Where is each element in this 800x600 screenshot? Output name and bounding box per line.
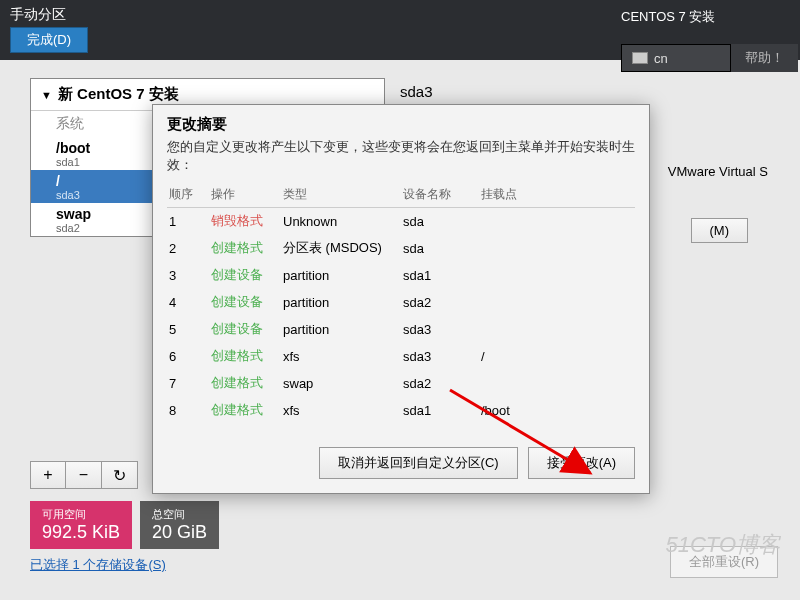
reload-button[interactable]: ↻ [102,461,138,489]
add-partition-button[interactable]: + [30,461,66,489]
accept-changes-button[interactable]: 接受更改(A) [528,447,635,479]
modify-button[interactable]: (M) [691,218,749,243]
remove-partition-button[interactable]: − [66,461,102,489]
table-row[interactable]: 5创建设备partitionsda3 [167,316,635,343]
dialog-message: 您的自定义更改将产生以下变更，这些变更将会在您返回到主菜单并开始安装时生效： [153,138,649,182]
table-row[interactable]: 4创建设备partitionsda2 [167,289,635,316]
install-root-label: 新 CentOS 7 安装 [58,85,179,104]
summary-dialog: 更改摘要 您的自定义更改将产生以下变更，这些变更将会在您返回到主菜单并开始安装时… [152,104,650,494]
changes-table: 顺序 操作 类型 设备名称 挂载点 1销毁格式Unknownsda2创建格式分区… [153,182,649,437]
available-space-label: 可用空间 [42,507,120,522]
col-type: 类型 [283,186,403,203]
page-title: 手动分区 [10,6,88,24]
col-mount: 挂载点 [481,186,551,203]
col-action: 操作 [211,186,283,203]
table-row[interactable]: 7创建格式swapsda2 [167,370,635,397]
total-space-box: 总空间 20 GiB [140,501,219,549]
dialog-buttons: 取消并返回到自定义分区(C) 接受更改(A) [153,437,649,493]
done-button[interactable]: 完成(D) [10,27,88,53]
col-order: 顺序 [169,186,211,203]
keyboard-layout-selector[interactable]: cn [621,44,731,72]
cancel-return-button[interactable]: 取消并返回到自定义分区(C) [319,447,518,479]
reset-all-button[interactable]: 全部重设(R) [670,546,778,578]
total-space-value: 20 GiB [152,522,207,543]
help-button[interactable]: 帮助！ [731,44,798,72]
keyboard-lang: cn [654,51,668,66]
keyboard-icon [632,52,648,64]
table-row[interactable]: 6创建格式xfssda3/ [167,343,635,370]
table-row[interactable]: 3创建设备partitionsda1 [167,262,635,289]
available-space-value: 992.5 KiB [42,522,120,543]
dialog-title: 更改摘要 [153,105,649,138]
table-row[interactable]: 8创建格式xfssda1/boot [167,397,635,424]
table-row[interactable]: 1销毁格式Unknownsda [167,208,635,235]
top-header: 手动分区 完成(D) CENTOS 7 安装 cn 帮助！ [0,0,800,60]
right-panel: sda3 [400,78,778,105]
expand-triangle-icon: ▼ [41,89,52,101]
col-devname: 设备名称 [403,186,481,203]
vmware-label: VMware Virtual S [668,164,768,179]
device-heading: sda3 [400,78,778,105]
available-space-box: 可用空间 992.5 KiB [30,501,132,549]
table-header-row: 顺序 操作 类型 设备名称 挂载点 [167,182,635,208]
install-label: CENTOS 7 安装 [621,8,792,26]
storage-devices-link[interactable]: 已选择 1 个存储设备(S) [30,556,166,574]
table-row[interactable]: 2创建格式分区表 (MSDOS)sda [167,235,635,262]
space-summary: 可用空间 992.5 KiB 总空间 20 GiB [30,501,219,549]
total-space-label: 总空间 [152,507,207,522]
